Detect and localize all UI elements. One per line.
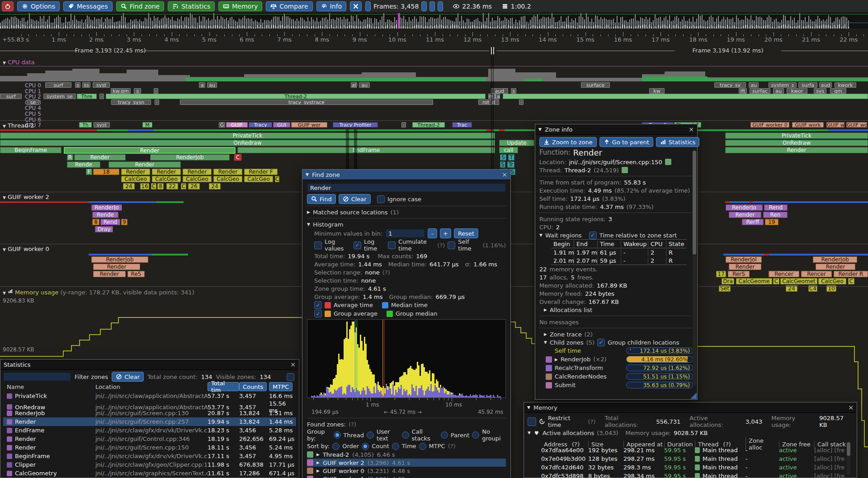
clear-filter-button[interactable]: Clear	[112, 372, 144, 382]
zone-chip[interactable]: Render	[152, 169, 181, 175]
radio-count[interactable]	[362, 443, 369, 450]
frame-bar[interactable]	[358, 19, 359, 28]
frame-bar[interactable]	[5, 19, 6, 28]
frame-bar[interactable]	[4, 19, 5, 28]
frame-bar[interactable]	[826, 19, 827, 28]
zone-chip[interactable]: CalcGeo	[818, 278, 846, 284]
allocation-row[interactable]: 0x7dfaa64e00192 bytes298.21 ms59.95 sMai…	[528, 446, 853, 454]
frame-bar[interactable]	[667, 20, 668, 28]
collapse-icon[interactable]: ▼	[539, 233, 542, 237]
frame-bar[interactable]	[729, 19, 730, 28]
frame-bar[interactable]	[541, 19, 542, 28]
cpu-chip[interactable]: m1a	[488, 94, 500, 99]
frame-bar[interactable]	[27, 20, 28, 28]
frame-bar[interactable]	[130, 19, 131, 28]
find-button[interactable]: Find	[307, 194, 336, 204]
frame-bar[interactable]	[266, 20, 267, 28]
frame-bar[interactable]	[250, 19, 250, 28]
frame-bar[interactable]	[571, 19, 572, 28]
frame-bar[interactable]	[577, 23, 578, 28]
frame-bar[interactable]	[631, 19, 632, 28]
frame-bar[interactable]	[71, 14, 71, 28]
frame-bar[interactable]	[20, 21, 21, 28]
memory-button[interactable]: Memory	[218, 1, 262, 11]
self-time-checkbox[interactable]	[448, 241, 455, 249]
frame-bar[interactable]	[33, 19, 33, 28]
frame-bar[interactable]	[439, 15, 440, 28]
frame-bar[interactable]	[24, 18, 24, 28]
cpu-chip[interactable]: surfa	[798, 82, 817, 88]
frame-bar[interactable]	[233, 19, 234, 28]
frame-bar[interactable]	[152, 21, 153, 28]
cpu-chip[interactable]: surfac	[750, 88, 770, 94]
zone-chip[interactable]: F	[86, 169, 92, 175]
frame-bar[interactable]	[228, 20, 229, 28]
info-button[interactable]: Info	[316, 1, 347, 11]
frame-bar[interactable]	[468, 19, 469, 28]
frame-bar[interactable]	[519, 20, 520, 28]
child-zone-row[interactable]: Submit35.63 us (0.79%)	[546, 381, 693, 389]
frame-bar[interactable]	[629, 19, 630, 28]
expand-icon[interactable]: ▶	[316, 452, 320, 457]
frame-bar[interactable]	[803, 20, 804, 28]
frame-bar[interactable]	[302, 18, 303, 28]
frame-bar[interactable]	[295, 21, 296, 28]
cpu-chip[interactable]: GUIF work	[792, 122, 824, 128]
frame-bar[interactable]	[36, 20, 37, 28]
zone-chip[interactable]: Render	[74, 154, 126, 161]
zone-chip[interactable]: CalcGeo	[183, 176, 212, 182]
frame-bar[interactable]	[689, 19, 690, 28]
col-total-time[interactable]: Total tim	[208, 382, 239, 391]
frame-bar[interactable]	[776, 19, 777, 28]
frame-bar[interactable]	[259, 23, 259, 28]
frame-bar[interactable]	[781, 20, 782, 28]
group-children-checkbox[interactable]: ✓	[597, 339, 605, 346]
goto-frame-button[interactable]	[438, 1, 443, 11]
zone-chip[interactable]: CalcGeo	[121, 176, 150, 182]
frame-bar[interactable]	[494, 20, 495, 28]
frame-labels-row[interactable]: Frame 3,193 (22.45 ms)Frame 3,194 (13.92…	[0, 46, 868, 56]
frame-bar[interactable]	[2, 21, 3, 28]
frame-bar[interactable]	[405, 19, 406, 28]
frame-bar[interactable]	[83, 23, 84, 28]
restrict-time-checkbox[interactable]	[528, 417, 536, 426]
cpu-chip[interactable]: kwor	[787, 88, 807, 94]
zone-chip[interactable]: 8	[92, 219, 99, 225]
close-icon[interactable]: ×	[502, 171, 507, 178]
cpu-chip[interactable]: s	[75, 82, 80, 88]
frame-bar[interactable]	[298, 21, 299, 28]
statistics-row[interactable]: CalcGeometryjni/../jni/src/claw/graphics…	[3, 469, 296, 478]
frame-bar[interactable]	[817, 16, 818, 28]
frame-bar[interactable]	[796, 23, 797, 28]
zone-chip[interactable]: 16	[140, 183, 149, 189]
frame-bar[interactable]	[47, 19, 48, 28]
frame-bar[interactable]	[63, 23, 64, 28]
frame-bar[interactable]	[678, 18, 679, 28]
frame-bar[interactable]	[351, 15, 352, 28]
zone-chip[interactable]: Rencer	[769, 271, 799, 277]
zone-chip[interactable]: PrivateTick	[0, 133, 495, 139]
frame-bar[interactable]	[342, 19, 343, 28]
cpu-chip[interactable]: system_s	[769, 82, 797, 88]
frame-bar[interactable]	[655, 14, 656, 29]
frame-bar[interactable]	[304, 20, 305, 28]
frame-bar[interactable]	[87, 15, 88, 28]
frame-bar[interactable]	[174, 20, 175, 28]
frame-bar[interactable]	[208, 18, 209, 28]
frame-bar[interactable]	[436, 19, 437, 28]
cpu-chip[interactable]: kw	[649, 88, 665, 94]
frame-bar[interactable]	[248, 18, 249, 28]
statistics-title-bar[interactable]: Statistics ×	[0, 360, 299, 370]
zone-chip[interactable]: PrivateTick	[725, 133, 868, 139]
frame-bar[interactable]	[197, 23, 198, 28]
frame-bar[interactable]	[119, 21, 120, 28]
collapse-icon[interactable]: ▼	[538, 127, 542, 132]
frame-bar[interactable]	[559, 20, 560, 28]
cumulate-time-checkbox[interactable]	[388, 241, 396, 249]
frame-bar[interactable]	[624, 20, 625, 28]
frame-bar[interactable]	[98, 19, 99, 28]
zone-chip[interactable]: C	[151, 183, 156, 189]
frame-bar[interactable]	[823, 19, 824, 29]
frame-bar[interactable]	[448, 19, 449, 28]
frame-bar[interactable]	[192, 15, 193, 28]
